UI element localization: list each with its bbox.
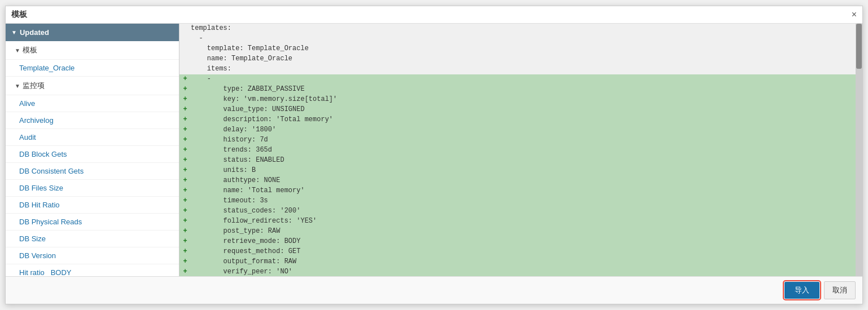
code-line-added: + description: 'Total memory'	[179, 115, 856, 125]
code-text: templates:	[191, 24, 856, 32]
monitoring-arrow: ▼	[15, 83, 20, 89]
code-prefix-plus: +	[179, 126, 191, 134]
code-text-added: type: ZABBIX_PASSIVE	[191, 85, 856, 93]
import-button[interactable]: 导入	[784, 282, 819, 299]
code-text-added: description: 'Total memory'	[191, 116, 856, 123]
code-prefix-plus: +	[179, 187, 191, 194]
sidebar-item-3[interactable]: DB Block Gets	[6, 146, 179, 163]
code-prefix-plus: +	[179, 217, 191, 225]
sidebar-item-7[interactable]: DB Physical Reads	[6, 214, 179, 231]
sidebar-item-0[interactable]: Alive	[6, 95, 179, 112]
code-line-added: + request_method: GET	[179, 247, 856, 257]
main-content: templates: - template: Template_Oracle n…	[179, 24, 856, 276]
code-prefix-plus: +	[179, 105, 191, 113]
code-prefix-plus: +	[179, 146, 191, 154]
code-text-added: timeout: 3s	[191, 197, 856, 205]
sidebar-item-2[interactable]: Audit	[6, 129, 179, 146]
code-prefix-plus: +	[179, 268, 191, 276]
code-text-added: authtype: NONE	[191, 176, 856, 184]
code-text-added: output_format: RAW	[191, 258, 856, 265]
code-line-added: + type: ZABBIX_PASSIVE	[179, 85, 856, 95]
code-prefix-plus: +	[179, 237, 191, 245]
updated-arrow: ▼	[11, 29, 17, 36]
code-text: template: Template_Oracle	[191, 45, 856, 52]
cancel-button[interactable]: 取消	[824, 281, 856, 299]
code-line-added: + retrieve_mode: BODY	[179, 237, 856, 247]
code-text-added: post_type: RAW	[191, 227, 856, 235]
code-prefix-plus: +	[179, 166, 191, 174]
sidebar-item-5[interactable]: DB Files Size	[6, 180, 179, 197]
sidebar-item-4[interactable]: DB Consistent Gets	[6, 163, 179, 180]
code-text-added: -	[191, 75, 856, 83]
sidebar-group-templates: ▼ 模板 Template_Oracle	[6, 41, 179, 77]
sidebar-item-9[interactable]: DB Version	[6, 247, 179, 264]
code-prefix-plus: +	[179, 75, 191, 83]
modal: 模板 × ▼ Updated ▼ 模板 Template_Oracle	[5, 6, 863, 304]
code-line: -	[179, 34, 856, 44]
sidebar: ▼ Updated ▼ 模板 Template_Oracle ▼ 监控项	[6, 24, 179, 276]
vertical-scrollbar[interactable]	[856, 24, 862, 276]
code-prefix-plus: +	[179, 85, 191, 93]
code-prefix-plus: +	[179, 258, 191, 265]
sidebar-item-template-oracle[interactable]: Template_Oracle	[6, 60, 179, 77]
code-prefix-plus: +	[179, 156, 191, 164]
code-text-added: units: B	[191, 166, 856, 174]
code-line-added: + post_type: RAW	[179, 227, 856, 237]
code-text-added: status_codes: '200'	[191, 207, 856, 215]
templates-group-label: 模板	[23, 45, 37, 55]
code-line: template: Template_Oracle	[179, 44, 856, 54]
code-added-section: + -+ type: ZABBIX_PASSIVE+ key: 'vm.memo…	[179, 74, 856, 276]
sidebar-updated-header[interactable]: ▼ Updated	[6, 24, 179, 41]
code-text-added: status: ENABLED	[191, 156, 856, 164]
code-prefix-plus: +	[179, 197, 191, 205]
code-header-section: templates: - template: Template_Oracle n…	[179, 24, 856, 74]
sidebar-item-10[interactable]: Hit ratio_ BODY	[6, 264, 179, 276]
code-line-added: + authtype: NONE	[179, 176, 856, 186]
code-line-added: + name: 'Total memory'	[179, 186, 856, 196]
code-text-added: trends: 365d	[191, 146, 856, 154]
code-line-added: + timeout: 3s	[179, 196, 856, 206]
modal-title: 模板	[11, 10, 27, 20]
code-prefix-plus: +	[179, 207, 191, 215]
scrollbar-thumb[interactable]	[856, 24, 862, 69]
sidebar-items-list: AliveArchivelogAuditDB Block GetsDB Cons…	[6, 95, 179, 276]
sidebar-item-1[interactable]: Archivelog	[6, 112, 179, 129]
code-text: name: Template_Oracle	[191, 55, 856, 63]
code-line-added: + trends: 365d	[179, 145, 856, 156]
code-line-added: + output_format: RAW	[179, 257, 856, 267]
code-prefix-plus: +	[179, 116, 191, 123]
code-prefix-plus: +	[179, 247, 191, 255]
code-prefix-plus: +	[179, 136, 191, 144]
code-prefix-plus: +	[179, 176, 191, 184]
code-line-added: + status: ENABLED	[179, 156, 856, 166]
code-prefix-plus: +	[179, 227, 191, 235]
code-text: items:	[191, 65, 856, 73]
code-line-added: + verify_peer: 'NO'	[179, 267, 856, 276]
sidebar-group-templates-header[interactable]: ▼ 模板	[6, 41, 179, 60]
sidebar-group-monitoring: ▼ 监控项 AliveArchivelogAuditDB Block GetsD…	[6, 77, 179, 276]
code-line-added: + units: B	[179, 166, 856, 176]
modal-title-bar: 模板 ×	[6, 6, 862, 24]
code-line: items:	[179, 64, 856, 74]
code-line-added: + history: 7d	[179, 135, 856, 145]
code-area[interactable]: templates: - template: Template_Oracle n…	[179, 24, 856, 276]
close-button[interactable]: ×	[852, 10, 857, 19]
code-line-added: + key: 'vm.memory.size[total]'	[179, 95, 856, 105]
code-text-added: name: 'Total memory'	[191, 187, 856, 194]
code-line: name: Template_Oracle	[179, 54, 856, 64]
sidebar-item-8[interactable]: DB Size	[6, 231, 179, 247]
code-line: templates:	[179, 24, 856, 34]
code-line-added: + follow_redirects: 'YES'	[179, 216, 856, 227]
code-text-added: verify_peer: 'NO'	[191, 268, 856, 276]
code-line-added: + status_codes: '200'	[179, 206, 856, 216]
updated-label: Updated	[20, 28, 49, 37]
code-line-added: + -	[179, 74, 856, 85]
sidebar-group-monitoring-header[interactable]: ▼ 监控项	[6, 77, 179, 95]
code-text-added: follow_redirects: 'YES'	[191, 217, 856, 225]
modal-body: ▼ Updated ▼ 模板 Template_Oracle ▼ 监控项	[6, 24, 862, 276]
code-text-added: value_type: UNSIGNED	[191, 105, 856, 113]
code-text-added: retrieve_mode: BODY	[191, 237, 856, 245]
sidebar-item-6[interactable]: DB Hit Ratio	[6, 197, 179, 214]
code-text-added: request_method: GET	[191, 247, 856, 255]
code-text-added: delay: '1800'	[191, 126, 856, 134]
